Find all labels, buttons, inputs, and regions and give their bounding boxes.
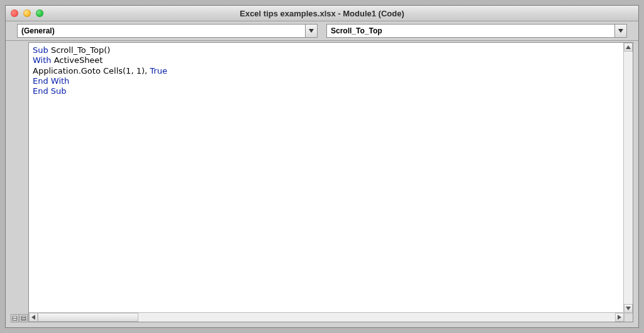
svg-marker-1 [618, 29, 623, 33]
scope-dropdown-value: (General) [18, 26, 305, 35]
svg-marker-0 [309, 29, 314, 33]
horizontal-scroll-thumb[interactable] [38, 313, 138, 322]
svg-marker-9 [31, 315, 35, 320]
view-toggle-gutter [11, 313, 28, 322]
dropdown-bar: (General) Scroll_To_Top [6, 21, 638, 41]
svg-marker-7 [626, 45, 631, 49]
code-text: Application.Goto Cells(1, 1), [33, 66, 150, 76]
chevron-down-icon[interactable] [305, 25, 317, 37]
scroll-down-icon[interactable] [624, 304, 633, 313]
chevron-down-icon[interactable] [614, 25, 626, 37]
code-keyword: True [150, 66, 167, 76]
scroll-corner [624, 313, 633, 322]
code-text: ActiveSheet [52, 55, 103, 65]
procedure-dropdown-value: Scroll_To_Top [327, 26, 614, 35]
svg-marker-10 [618, 315, 621, 320]
procedure-view-button[interactable] [11, 314, 19, 322]
scroll-right-icon[interactable] [615, 313, 624, 322]
window-title: Excel tips examples.xlsx - Module1 (Code… [240, 9, 404, 18]
procedure-dropdown[interactable]: Scroll_To_Top [326, 24, 627, 38]
code-keyword: End Sub [33, 86, 67, 96]
minimize-icon[interactable] [23, 9, 31, 17]
code-keyword: Sub [33, 45, 48, 55]
code-editor[interactable]: Sub Scroll_To_Top() With ActiveSheet App… [29, 43, 624, 313]
scope-dropdown[interactable]: (General) [17, 24, 318, 38]
full-module-view-button[interactable] [19, 314, 28, 322]
horizontal-scrollbar[interactable] [29, 312, 624, 322]
zoom-icon[interactable] [36, 9, 43, 17]
close-icon[interactable] [11, 9, 18, 17]
code-window: Excel tips examples.xlsx - Module1 (Code… [5, 5, 639, 328]
code-keyword: With [33, 55, 52, 65]
editor-frame: Sub Scroll_To_Top() With ActiveSheet App… [28, 42, 633, 322]
code-text: Scroll_To_Top() [48, 45, 111, 55]
vertical-scrollbar[interactable] [623, 43, 633, 313]
svg-marker-8 [626, 307, 631, 310]
content-area: Sub Scroll_To_Top() With ActiveSheet App… [11, 42, 633, 322]
horizontal-scroll-track[interactable] [38, 313, 615, 322]
traffic-lights [11, 9, 43, 17]
code-keyword: End With [33, 76, 69, 86]
scroll-left-icon[interactable] [29, 313, 38, 322]
svg-rect-4 [21, 316, 26, 320]
title-bar[interactable]: Excel tips examples.xlsx - Module1 (Code… [6, 6, 638, 21]
scroll-up-icon[interactable] [624, 43, 633, 52]
